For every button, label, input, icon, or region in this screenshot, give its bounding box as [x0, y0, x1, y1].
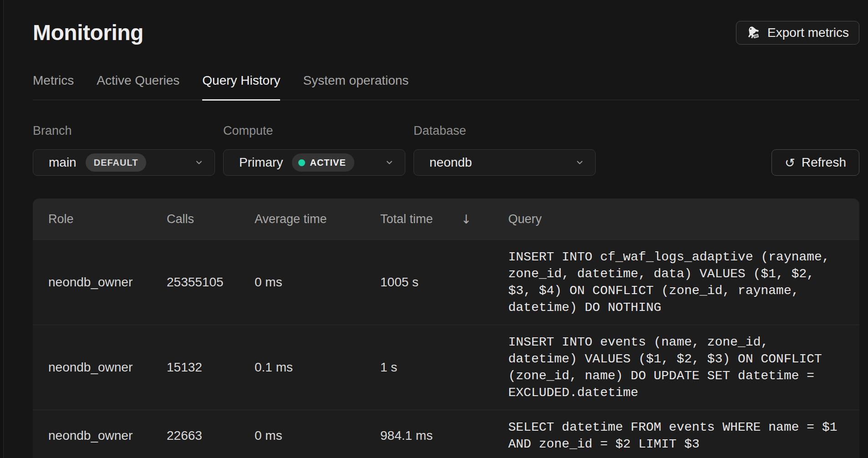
tab-metrics[interactable]: Metrics: [33, 73, 74, 100]
row-total-time: 1 s: [380, 360, 508, 375]
active-badge-label: ACTIVE: [310, 158, 346, 168]
arrow-down-icon[interactable]: ↓: [461, 212, 472, 226]
panel-left-edge: [0, 0, 4, 458]
table-header: Role Calls Average time Total time ↓ Que…: [33, 198, 859, 239]
total-time-label: Total time: [380, 212, 433, 226]
row-query-sql: INSERT INTO events (name, zone_id, datet…: [508, 325, 842, 410]
compute-select[interactable]: Primary ACTIVE: [223, 149, 405, 176]
active-badge: ACTIVE: [292, 153, 354, 172]
column-header-total-time[interactable]: Total time ↓: [380, 212, 508, 226]
refresh-icon: ↺: [785, 157, 795, 169]
column-header-average-time[interactable]: Average time: [255, 212, 380, 226]
database-filter: Database neondb: [414, 124, 596, 176]
table-row[interactable]: neondb_owner 22663 0 ms 984.1 ms SELECT …: [33, 410, 859, 458]
default-badge: DEFAULT: [86, 153, 147, 172]
tab-active-queries[interactable]: Active Queries: [97, 73, 179, 100]
query-history-table: Role Calls Average time Total time ↓ Que…: [33, 198, 859, 458]
table-row[interactable]: neondb_owner 15132 0.1 ms 1 s INSERT INT…: [33, 325, 859, 410]
column-header-calls[interactable]: Calls: [167, 212, 255, 226]
page-header: Monitoring Export metrics: [33, 20, 859, 46]
row-total-time: 1005 s: [380, 275, 508, 290]
row-role: neondb_owner: [48, 428, 167, 443]
branch-select[interactable]: main DEFAULT: [33, 149, 215, 176]
branch-value: main: [49, 155, 77, 170]
row-calls: 22663: [167, 428, 255, 443]
monitoring-page: Monitoring Export metrics Met: [0, 0, 868, 458]
chevron-down-icon: [194, 158, 204, 167]
row-query-sql: SELECT datetime FROM events WHERE name =…: [508, 410, 842, 458]
refresh-label: Refresh: [802, 155, 846, 170]
database-select[interactable]: neondb: [414, 149, 596, 176]
refresh-button[interactable]: ↺ Refresh: [771, 149, 859, 176]
row-calls: 25355105: [167, 275, 255, 290]
tab-system-operations[interactable]: System operations: [303, 73, 408, 100]
branch-filter: Branch main DEFAULT: [33, 124, 215, 176]
compute-filter: Compute Primary ACTIVE: [223, 124, 405, 176]
column-header-role[interactable]: Role: [48, 212, 167, 226]
active-status-dot: [298, 159, 305, 166]
row-average-time: 0 ms: [255, 275, 380, 290]
database-label: Database: [414, 124, 596, 138]
chevron-down-icon: [575, 158, 584, 167]
monitoring-tabbar: Metrics Active Queries Query History Sys…: [33, 73, 859, 100]
branch-label: Branch: [33, 124, 215, 138]
export-metrics-label: Export metrics: [767, 25, 849, 40]
chevron-down-icon: [385, 158, 394, 167]
table-row[interactable]: neondb_owner 25355105 0 ms 1005 s INSERT…: [33, 239, 859, 325]
row-role: neondb_owner: [48, 360, 167, 375]
compute-value: Primary: [239, 155, 283, 170]
tab-query-history[interactable]: Query History: [202, 73, 280, 101]
page-title: Monitoring: [33, 20, 143, 46]
row-calls: 15132: [167, 360, 255, 375]
row-average-time: 0 ms: [255, 428, 380, 443]
row-total-time: 984.1 ms: [380, 428, 508, 443]
row-average-time: 0.1 ms: [255, 360, 380, 375]
compute-label: Compute: [223, 124, 405, 138]
column-header-query[interactable]: Query: [508, 212, 859, 226]
row-query-sql: INSERT INTO cf_waf_logs_adaptive (raynam…: [508, 240, 842, 325]
row-role: neondb_owner: [48, 275, 167, 290]
datadog-dog-icon: [746, 25, 761, 40]
filters-row: Branch main DEFAULT Compute Primary ACTI…: [33, 124, 859, 176]
export-metrics-button[interactable]: Export metrics: [736, 21, 859, 45]
database-value: neondb: [429, 155, 472, 170]
